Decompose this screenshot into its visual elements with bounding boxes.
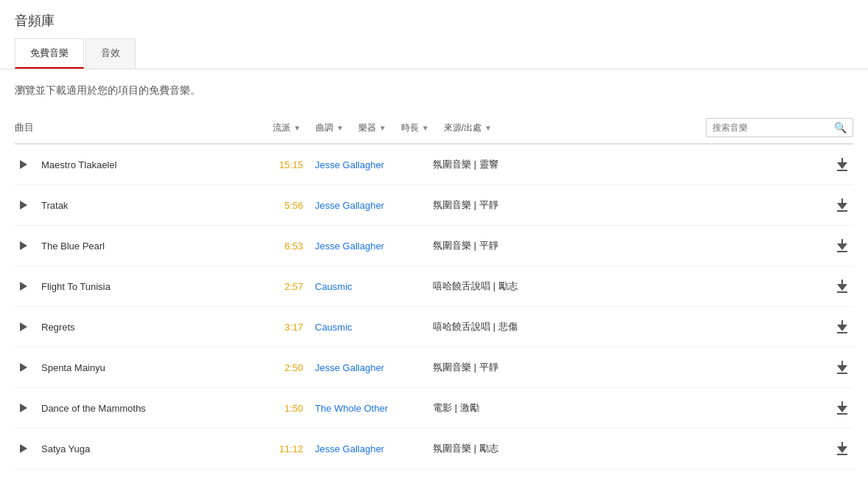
download-icon — [837, 442, 847, 455]
play-icon — [20, 404, 27, 412]
track-artist[interactable]: Causmic — [315, 281, 433, 292]
play-icon — [20, 201, 27, 210]
table-row: The Blue Pearl 6:53 Jesse Gallagher 氛圍音樂… — [15, 226, 853, 266]
table-row: Maestro Tlakaelel 15:15 Jesse Gallagher … — [15, 145, 853, 185]
download-button[interactable] — [831, 478, 853, 481]
track-genre: 氛圍音樂 | 平靜 — [433, 239, 831, 252]
filter-bar: 曲目 流派 ▼ 曲調 ▼ 樂器 ▼ 時長 ▼ 來源/出處 ▼ — [15, 112, 853, 145]
track-list: Maestro Tlakaelel 15:15 Jesse Gallagher … — [15, 145, 853, 481]
track-duration: 15:15 — [263, 159, 303, 170]
chevron-down-icon: ▼ — [294, 124, 301, 132]
subtitle-text: 瀏覽並下載適用於您的項目的免費音樂。 — [15, 84, 853, 97]
download-button[interactable] — [831, 397, 853, 419]
track-artist[interactable]: Causmic — [315, 322, 433, 333]
track-title: The Blue Pearl — [41, 240, 263, 252]
track-title: Regrets — [41, 322, 263, 333]
play-icon — [20, 444, 27, 453]
play-button[interactable] — [15, 156, 32, 173]
download-button[interactable] — [831, 153, 853, 176]
filter-duration[interactable]: 時長 ▼ — [394, 119, 437, 137]
track-artist[interactable]: Jesse Gallagher — [315, 159, 433, 170]
tab-bar: 免費音樂 音效 — [15, 38, 853, 69]
track-artist[interactable]: Jesse Gallagher — [315, 443, 433, 454]
track-genre: 氛圍音樂 | 平靜 — [433, 198, 831, 212]
filter-genre[interactable]: 流派 ▼ — [265, 119, 308, 137]
page-title: 音頻庫 — [15, 12, 853, 30]
download-icon — [837, 320, 847, 333]
play-icon — [20, 241, 27, 250]
filter-mood[interactable]: 曲調 ▼ — [308, 119, 351, 137]
search-icon: 🔍 — [834, 122, 847, 134]
track-genre: 氛圍音樂 | 靈響 — [433, 158, 831, 171]
table-row: Regrets 3:17 Causmic 嘻哈饒舌說唱 | 悲傷 — [15, 307, 853, 347]
search-box[interactable]: 🔍 — [706, 118, 853, 137]
track-title: Flight To Tunisia — [41, 281, 263, 292]
download-icon — [837, 361, 847, 374]
play-button[interactable] — [15, 277, 32, 295]
download-icon — [837, 280, 847, 293]
download-button[interactable] — [831, 356, 853, 378]
chevron-down-icon: ▼ — [485, 124, 492, 132]
track-duration: 1:50 — [263, 403, 303, 414]
track-duration: 11:12 — [263, 443, 303, 454]
column-track-label: 曲目 — [15, 121, 265, 134]
track-duration: 2:50 — [263, 362, 303, 373]
play-button[interactable] — [15, 359, 32, 376]
tab-free-music[interactable]: 免費音樂 — [15, 38, 84, 69]
play-icon — [20, 363, 27, 372]
table-row: Tratak 5:56 Jesse Gallagher 氛圍音樂 | 平靜 — [15, 185, 853, 226]
track-artist[interactable]: Jesse Gallagher — [315, 200, 433, 211]
track-title: Tratak — [41, 200, 263, 211]
play-button[interactable] — [15, 399, 32, 417]
track-genre: 嘻哈饒舌說唱 | 勵志 — [433, 280, 831, 293]
track-title: Satya Yuga — [41, 443, 263, 454]
download-button[interactable] — [831, 235, 853, 257]
play-button[interactable] — [15, 196, 32, 214]
track-duration: 6:53 — [263, 240, 303, 252]
track-duration: 2:57 — [263, 281, 303, 292]
play-button[interactable] — [15, 440, 32, 457]
table-row: Spirit of Fire 10:08 Jesse Gallagher 氛圍音… — [15, 469, 853, 481]
chevron-down-icon: ▼ — [336, 124, 344, 132]
download-icon — [837, 239, 847, 252]
filter-spacers: 流派 ▼ 曲調 ▼ 樂器 ▼ 時長 ▼ 來源/出處 ▼ — [265, 119, 706, 137]
download-icon — [837, 401, 847, 415]
filter-instrument[interactable]: 樂器 ▼ — [351, 119, 394, 137]
track-genre: 電影 | 激勵 — [433, 401, 831, 415]
table-row: Flight To Tunisia 2:57 Causmic 嘻哈饒舌說唱 | … — [15, 266, 853, 307]
play-icon — [20, 282, 27, 291]
track-genre: 氛圍音樂 | 勵志 — [433, 442, 831, 455]
chevron-down-icon: ▼ — [422, 124, 429, 132]
track-artist[interactable]: The Whole Other — [315, 403, 433, 414]
play-button[interactable] — [15, 318, 32, 336]
chevron-down-icon: ▼ — [379, 124, 386, 132]
track-title: Spenta Mainyu — [41, 362, 263, 373]
track-genre: 氛圍音樂 | 平靜 — [433, 361, 831, 374]
table-row: Dance of the Mammoths 1:50 The Whole Oth… — [15, 388, 853, 429]
download-button[interactable] — [831, 437, 853, 460]
track-artist[interactable]: Jesse Gallagher — [315, 362, 433, 373]
filter-source[interactable]: 來源/出處 ▼ — [437, 119, 499, 137]
page-header: 音頻庫 免費音樂 音效 — [0, 0, 868, 69]
tab-sound-effects[interactable]: 音效 — [86, 38, 136, 69]
play-button[interactable] — [15, 237, 32, 255]
main-content: 瀏覽並下載適用於您的項目的免費音樂。 曲目 流派 ▼ 曲調 ▼ 樂器 ▼ 時長 … — [0, 69, 868, 481]
track-title: Dance of the Mammoths — [41, 403, 263, 414]
play-icon — [20, 322, 27, 331]
download-icon — [837, 198, 847, 212]
download-button[interactable] — [831, 275, 853, 297]
download-button[interactable] — [831, 194, 853, 216]
track-duration: 5:56 — [263, 200, 303, 211]
track-duration: 3:17 — [263, 322, 303, 333]
track-genre: 嘻哈饒舌說唱 | 悲傷 — [433, 320, 831, 333]
track-artist[interactable]: Jesse Gallagher — [315, 240, 433, 252]
download-icon — [837, 158, 847, 171]
table-row: Spenta Mainyu 2:50 Jesse Gallagher 氛圍音樂 … — [15, 347, 853, 388]
search-input[interactable] — [712, 122, 834, 133]
download-button[interactable] — [831, 316, 853, 338]
track-title: Maestro Tlakaelel — [41, 159, 263, 170]
table-row: Satya Yuga 11:12 Jesse Gallagher 氛圍音樂 | … — [15, 429, 853, 469]
play-icon — [20, 160, 27, 169]
